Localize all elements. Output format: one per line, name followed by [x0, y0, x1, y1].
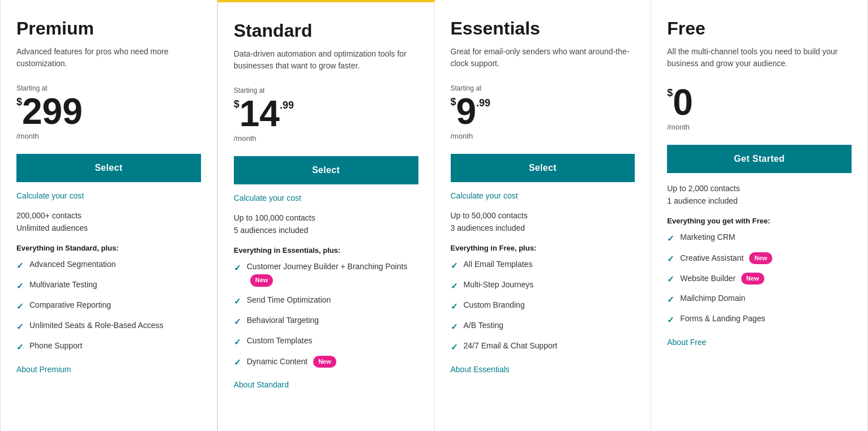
feature-text: Advanced Segmentation [29, 259, 116, 270]
feature-text: Multivariate Testing [29, 279, 97, 291]
plan-name-essentials: Essentials [451, 18, 635, 39]
feature-text: Unlimited Seats & Role-Based Access [29, 320, 164, 331]
calculate-link-essentials[interactable]: Calculate your cost [451, 191, 635, 200]
price-main-free: 0 [673, 84, 693, 120]
price-main-standard: 14 [240, 96, 280, 132]
plan-card-free: FreeAll the multi-channel tools you need… [651, 0, 868, 431]
checkmark-icon: ✓ [667, 253, 674, 265]
checkmark-icon: ✓ [667, 232, 674, 244]
feature-text: Behavioral Targeting [247, 315, 319, 326]
new-badge: New [250, 274, 273, 286]
price-row-free: $0 [667, 84, 852, 120]
list-item: ✓Forms & Landing Pages [667, 313, 852, 326]
contacts-info-standard: Up to 100,000 contacts5 audiences includ… [234, 212, 418, 237]
feature-list-premium: ✓Advanced Segmentation✓Multivariate Test… [16, 259, 201, 353]
feature-list-standard: ✓Customer Journey Builder + Branching Po… [234, 261, 418, 368]
contacts-info-premium: 200,000+ contactsUnlimited audiences [16, 209, 201, 235]
feature-text: Website BuilderNew [680, 273, 764, 285]
checkmark-icon: ✓ [451, 280, 458, 292]
price-main-essentials: 9 [456, 93, 477, 130]
select-button-standard[interactable]: Select [234, 156, 418, 184]
checkmark-icon: ✓ [234, 356, 241, 368]
plan-card-essentials: EssentialsGreat for email-only senders w… [435, 0, 652, 431]
select-button-free[interactable]: Get Started [667, 145, 852, 173]
checkmark-icon: ✓ [451, 260, 458, 271]
price-section-standard: Starting at$14.99/month [234, 87, 418, 143]
checkmark-icon: ✓ [451, 341, 458, 353]
plan-name-premium: Premium [16, 18, 201, 39]
list-item: ✓Custom Branding [451, 300, 635, 312]
about-link-free[interactable]: About Free [667, 338, 706, 347]
checkmark-icon: ✓ [16, 321, 24, 333]
plan-description-free: All the multi-channel tools you need to … [667, 46, 852, 73]
price-dollar-standard: $ [234, 99, 240, 109]
new-badge: New [313, 356, 336, 368]
feature-text: Forms & Landing Pages [680, 313, 765, 325]
list-item: ✓Unlimited Seats & Role-Based Access [16, 320, 201, 333]
list-item: ✓Advanced Segmentation [16, 259, 201, 271]
checkmark-icon: ✓ [234, 295, 241, 307]
list-item: ✓Send Time Optimization [234, 295, 418, 307]
list-item: ✓Website BuilderNew [667, 273, 852, 285]
feature-text: Creative AssistantNew [680, 252, 772, 264]
about-link-standard[interactable]: About Standard [234, 380, 289, 389]
about-link-essentials[interactable]: About Essentials [451, 365, 510, 374]
everything-label-premium: Everything in Standard, plus: [16, 244, 201, 252]
pricing-container: PremiumAdvanced features for pros who ne… [0, 0, 868, 431]
checkmark-icon: ✓ [234, 262, 241, 274]
price-period-premium: /month [16, 132, 201, 140]
list-item: ✓Multi-Step Journeys [451, 279, 635, 292]
feature-text: Marketing CRM [680, 232, 735, 243]
feature-text: Phone Support [29, 341, 82, 352]
price-cents-essentials: .99 [476, 98, 490, 108]
contacts-info-essentials: Up to 50,000 contacts3 audiences include… [451, 209, 635, 235]
checkmark-icon: ✓ [667, 294, 674, 305]
checkmark-icon: ✓ [16, 300, 24, 312]
feature-text: Multi-Step Journeys [464, 279, 534, 291]
about-link-premium[interactable]: About Premium [16, 365, 71, 374]
list-item: ✓Marketing CRM [667, 232, 852, 244]
list-item: ✓Phone Support [16, 341, 201, 353]
checkmark-icon: ✓ [234, 336, 241, 348]
calculate-link-standard[interactable]: Calculate your cost [234, 193, 418, 202]
price-period-free: /month [667, 123, 852, 131]
select-button-essentials[interactable]: Select [451, 154, 635, 182]
feature-text: Comparative Reporting [29, 300, 111, 311]
select-button-premium[interactable]: Select [16, 154, 201, 182]
price-period-standard: /month [234, 134, 418, 143]
list-item: ✓Custom Templates [234, 335, 418, 348]
feature-text: Custom Branding [464, 300, 525, 311]
checkmark-icon: ✓ [451, 300, 458, 312]
everything-label-free: Everything you get with Free: [667, 217, 852, 225]
everything-label-standard: Everything in Essentials, plus: [234, 246, 418, 255]
list-item: ✓Customer Journey Builder + Branching Po… [234, 261, 418, 287]
list-item: ✓Creative AssistantNew [667, 252, 852, 265]
plan-card-standard: StandardData-driven automation and optim… [217, 0, 435, 431]
price-section-free: $0/month [667, 84, 852, 131]
price-dollar-premium: $ [16, 97, 22, 107]
price-period-essentials: /month [451, 132, 635, 140]
list-item: ✓Mailchimp Domain [667, 293, 852, 305]
feature-text: Custom Templates [247, 335, 313, 347]
plan-card-premium: PremiumAdvanced features for pros who ne… [0, 0, 217, 431]
list-item: ✓Multivariate Testing [16, 279, 201, 292]
feature-text: Mailchimp Domain [680, 293, 745, 304]
plan-description-essentials: Great for email-only senders who want ar… [451, 46, 635, 73]
list-item: ✓Behavioral Targeting [234, 315, 418, 327]
calculate-link-premium[interactable]: Calculate your cost [16, 191, 201, 200]
checkmark-icon: ✓ [451, 321, 458, 333]
checkmark-icon: ✓ [16, 341, 24, 353]
list-item: ✓A/B Testing [451, 320, 635, 333]
list-item: ✓24/7 Email & Chat Support [451, 341, 635, 353]
checkmark-icon: ✓ [667, 273, 674, 285]
price-row-premium: $299 [16, 93, 201, 130]
list-item: ✓Dynamic ContentNew [234, 356, 418, 368]
feature-text: Dynamic ContentNew [247, 356, 336, 368]
plan-description-premium: Advanced features for pros who need more… [16, 46, 201, 73]
feature-text: A/B Testing [464, 320, 504, 331]
plan-name-standard: Standard [234, 20, 418, 41]
contacts-info-free: Up to 2,000 contacts1 audience included [667, 182, 852, 208]
everything-label-essentials: Everything in Free, plus: [451, 244, 635, 252]
price-main-premium: 299 [22, 93, 83, 130]
plan-description-standard: Data-driven automation and optimization … [234, 48, 418, 75]
